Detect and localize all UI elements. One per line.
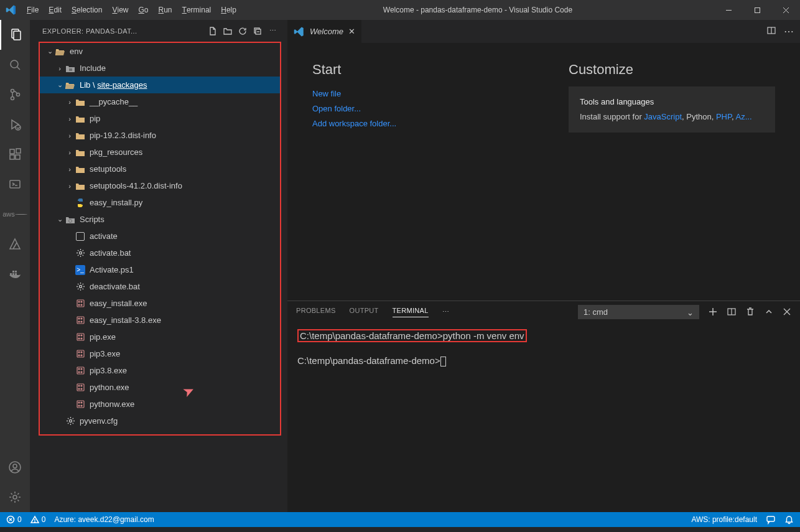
tree-item[interactable]: pythonw.exe (40, 396, 280, 413)
tree-item[interactable]: easy_install.exe (40, 295, 280, 312)
tree-item[interactable]: activate.bat (40, 245, 280, 261)
svg-point-43 (78, 335, 80, 336)
status-errors[interactable]: 0 (6, 515, 22, 524)
kill-terminal-icon[interactable] (745, 307, 755, 318)
svg-point-41 (81, 321, 82, 322)
split-terminal-icon[interactable] (727, 307, 737, 318)
link-php[interactable]: PHP (716, 112, 732, 121)
terminal-selector[interactable]: 1: cmd⌄ (578, 305, 699, 319)
file-icon (75, 248, 86, 258)
menu-view[interactable]: View (107, 0, 133, 20)
chevron-icon: ⌄ (55, 81, 65, 89)
svg-rect-81 (767, 516, 774, 521)
start-heading: Start (312, 62, 519, 78)
tools-languages-card[interactable]: Tools and languages Install support for … (569, 86, 775, 133)
refresh-icon[interactable] (235, 24, 250, 39)
settings-gear-icon[interactable] (0, 482, 30, 512)
svg-rect-12 (10, 149, 14, 154)
panel-tab-terminal[interactable]: TERMINAL (393, 307, 429, 317)
split-editor-icon[interactable] (766, 26, 776, 38)
tree-item[interactable]: ›pip-19.2.3.dist-info (40, 127, 280, 144)
welcome-link[interactable]: New file (312, 86, 519, 101)
menu-selection[interactable]: Selection (67, 0, 107, 20)
tree-item[interactable]: ⌄env (40, 43, 280, 60)
azure-powershell-icon[interactable] (0, 169, 30, 199)
tree-item[interactable]: pip3.exe (40, 345, 280, 362)
svg-point-50 (78, 355, 80, 356)
menu-terminal[interactable]: Terminal (177, 0, 216, 20)
chevron-down-icon: ⌄ (687, 308, 694, 317)
tree-item[interactable]: activate (40, 228, 280, 245)
tree-item[interactable]: pyvenv.cfg (40, 413, 280, 429)
extensions-icon[interactable] (0, 139, 30, 169)
close-button[interactable] (771, 0, 800, 20)
tree-item[interactable]: ›pip (40, 110, 280, 127)
menu-edit[interactable]: Edit (44, 0, 67, 20)
tab-close-icon[interactable]: ✕ (348, 27, 355, 36)
close-panel-icon[interactable] (783, 307, 791, 317)
card-title: Tools and languages (580, 95, 764, 109)
menu-run[interactable]: Run (154, 0, 177, 20)
welcome-link[interactable]: Open folder... (312, 101, 519, 116)
bottom-panel: PROBLEMSOUTPUTTERMINAL ⋯ 1: cmd⌄ C:\temp… (287, 301, 800, 512)
more-icon[interactable]: ⋯ (265, 24, 280, 39)
welcome-link[interactable]: Add workspace folder... (312, 116, 519, 131)
minimize-button[interactable] (714, 0, 743, 20)
file-icon (75, 114, 86, 123)
maximize-panel-icon[interactable] (764, 307, 774, 318)
tree-item[interactable]: easy_install.py (40, 194, 280, 211)
maximize-button[interactable] (743, 0, 771, 20)
tree-item[interactable]: pip3.8.exe (40, 362, 280, 379)
svg-point-31 (79, 286, 81, 288)
svg-point-34 (81, 301, 82, 302)
more-actions-icon[interactable]: ⋯ (784, 26, 794, 37)
link-azure[interactable]: Az... (736, 112, 752, 121)
azure-triangle-icon[interactable] (0, 229, 30, 259)
new-terminal-icon[interactable] (708, 307, 718, 318)
status-bell-icon[interactable] (784, 515, 794, 525)
explorer-icon[interactable] (0, 20, 30, 50)
tree-item[interactable]: ⌄Lib \ site-packages (40, 77, 280, 93)
tree-item[interactable]: ›setuptools-41.2.0.dist-info (40, 177, 280, 194)
status-aws[interactable]: AWS: profile:default (691, 515, 757, 524)
tree-item[interactable]: easy_install-3.8.exe (40, 312, 280, 329)
docker-icon[interactable] (0, 259, 30, 289)
menu-help[interactable]: Help (216, 0, 241, 20)
tree-item[interactable]: ⌄Scripts (40, 211, 280, 228)
link-javascript[interactable]: JavaScript (644, 112, 682, 121)
status-warnings[interactable]: 0 (30, 515, 46, 524)
tree-item[interactable]: pip.exe (40, 329, 280, 345)
tab-welcome[interactable]: Welcome ✕ (287, 20, 362, 43)
new-folder-icon[interactable] (220, 24, 235, 39)
panel-tab-problems[interactable]: PROBLEMS (296, 307, 336, 317)
run-debug-icon[interactable] (0, 110, 30, 139)
menu-file[interactable]: File (22, 0, 44, 20)
tree-item[interactable]: python.exe (40, 379, 280, 396)
svg-point-53 (78, 368, 80, 370)
source-control-icon[interactable] (0, 80, 30, 110)
terminal-body[interactable]: C:\temp\pandas-dataframe-demo>python -m … (287, 323, 800, 512)
svg-line-7 (17, 67, 21, 70)
tree-item[interactable]: ›__pycache__ (40, 93, 280, 110)
panel-more-icon[interactable]: ⋯ (442, 308, 449, 316)
tree-item[interactable]: ›setuptools (40, 161, 280, 177)
new-file-icon[interactable] (205, 24, 220, 39)
status-azure[interactable]: Azure: aveek.d22@gmail.com (54, 515, 154, 524)
menu-go[interactable]: Go (133, 0, 153, 20)
tree-item[interactable]: deactivate.bat (40, 278, 280, 295)
tree-item[interactable]: ›pkg_resources (40, 144, 280, 161)
search-icon[interactable] (0, 50, 30, 80)
tree-item[interactable]: ›Include (40, 60, 280, 77)
tab-label: Welcome (310, 27, 343, 36)
status-feedback-icon[interactable] (766, 515, 776, 525)
tree-item[interactable]: >_Activate.ps1 (40, 261, 280, 278)
svg-rect-62 (77, 401, 84, 408)
svg-rect-42 (77, 334, 84, 340)
panel-tab-output[interactable]: OUTPUT (350, 307, 379, 317)
collapse-all-icon[interactable] (250, 24, 265, 39)
svg-point-24 (13, 495, 17, 499)
svg-point-39 (81, 318, 82, 319)
svg-rect-5 (14, 31, 21, 40)
aws-icon[interactable]: aws (0, 199, 30, 229)
accounts-icon[interactable] (0, 452, 30, 482)
